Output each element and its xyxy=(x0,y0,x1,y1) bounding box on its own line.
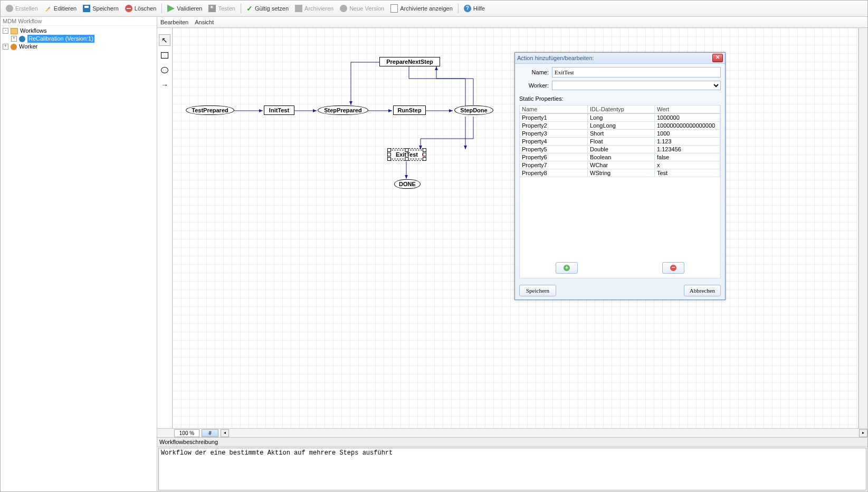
newversion-button[interactable]: Neue Version xyxy=(337,2,387,15)
vertical-scrollbar[interactable] xyxy=(859,28,867,428)
create-icon xyxy=(6,5,13,12)
cell-name: Property5 xyxy=(520,146,588,153)
col-name: Name xyxy=(520,105,588,113)
resize-handle[interactable] xyxy=(387,148,391,152)
cell-name: Property3 xyxy=(520,130,588,138)
table-row[interactable]: Property1Long1000000 xyxy=(520,114,720,122)
cell-type: Float xyxy=(588,138,655,146)
tool-ellipse[interactable] xyxy=(159,65,170,75)
resize-handle[interactable] xyxy=(423,153,426,157)
node-stepprepared[interactable]: StepPrepared xyxy=(318,105,368,115)
app-window: Erstellen Editieren Speichern Löschen Va… xyxy=(0,0,868,492)
save-button[interactable]: Speichern xyxy=(80,2,122,15)
validate-button[interactable]: Validieren xyxy=(164,2,205,15)
cell-value: 1.123 xyxy=(655,138,720,146)
col-type: IDL-Datentyp xyxy=(588,105,655,113)
table-row[interactable]: Property8WStringTest xyxy=(520,169,720,177)
col-value: Wert xyxy=(655,105,720,113)
node-stepdone[interactable]: StepDone xyxy=(454,105,493,115)
tree-row-workflows[interactable]: - Workflows xyxy=(3,27,155,35)
dialog-save-button[interactable]: Speichern xyxy=(519,285,556,296)
help-icon: ? xyxy=(464,5,471,12)
create-button[interactable]: Erstellen xyxy=(3,2,41,15)
menu-ansicht[interactable]: Ansicht xyxy=(195,19,214,25)
delete-button[interactable]: Löschen xyxy=(122,2,160,15)
resize-handle[interactable] xyxy=(387,153,391,157)
worker-select[interactable] xyxy=(552,81,721,90)
tree-row-worker[interactable]: + Worker xyxy=(3,43,155,51)
node-inittest[interactable]: InitTest xyxy=(264,105,294,115)
resize-handle[interactable] xyxy=(423,157,426,161)
tree[interactable]: - Workflows + ReCalibration (Version:1) … xyxy=(1,26,157,491)
cell-name: Property1 xyxy=(520,114,588,122)
toolbar-separator xyxy=(161,4,162,13)
delete-icon xyxy=(125,5,132,12)
newversion-label: Neue Version xyxy=(349,5,384,12)
edit-button[interactable]: Editieren xyxy=(41,2,80,15)
validate-icon xyxy=(167,5,175,12)
node-exittest-selected[interactable]: ExitTest xyxy=(389,150,425,159)
resize-handle[interactable] xyxy=(405,148,409,152)
canvas[interactable]: PrepareNextStep TestPrepared InitTest St… xyxy=(173,28,859,428)
resize-handle[interactable] xyxy=(387,157,391,161)
archive-button[interactable]: Archivieren xyxy=(292,2,337,15)
action-dialog: Action hinzufügen/bearbeiten: ✕ Name: Wo… xyxy=(514,52,726,300)
cell-value: Test xyxy=(655,169,720,177)
name-input[interactable] xyxy=(552,67,721,78)
plus-icon: + xyxy=(564,265,570,271)
tree-row-recalibration[interactable]: + ReCalibration (Version:1) xyxy=(3,35,155,43)
tool-pointer[interactable]: ↖ xyxy=(159,34,170,46)
tree-label: Worker xyxy=(19,43,37,51)
resize-handle[interactable] xyxy=(423,148,426,152)
expand-icon[interactable]: - xyxy=(3,28,8,34)
zoom-reset-button[interactable]: # xyxy=(202,429,218,437)
newversion-icon xyxy=(340,5,347,12)
menu-bearbeiten[interactable]: Bearbeiten xyxy=(160,19,188,25)
help-label: Hilfe xyxy=(473,5,485,12)
showarchived-button[interactable]: Archivierte anzeigen xyxy=(387,2,456,15)
expand-icon[interactable]: + xyxy=(3,44,8,50)
node-label: InitTest xyxy=(269,107,289,113)
remove-row-button[interactable]: − xyxy=(662,262,684,274)
toolbar-separator xyxy=(458,4,459,13)
node-label: StepPrepared xyxy=(324,107,362,113)
cell-value: 100000000000000000 xyxy=(655,122,720,130)
table-row[interactable]: Property4Float1.123 xyxy=(520,138,720,146)
zoom-percent[interactable]: 100 % xyxy=(174,429,199,437)
cell-value: 1000000 xyxy=(655,114,720,122)
help-button[interactable]: ?Hilfe xyxy=(461,2,488,15)
node-label: PrepareNextStep xyxy=(386,59,433,65)
description-title: Workflowbeschreibung xyxy=(157,438,867,447)
table-row[interactable]: Property3Short1000 xyxy=(520,130,720,138)
tool-rect[interactable] xyxy=(159,50,170,61)
table-row[interactable]: Property2LongLong100000000000000000 xyxy=(520,122,720,130)
description-text[interactable]: Workflow der eine bestimmte Aktion auf m… xyxy=(158,448,866,490)
table-row[interactable]: Property7WCharx xyxy=(520,161,720,169)
cell-value: 1.123456 xyxy=(655,146,720,153)
expand-icon[interactable]: + xyxy=(11,36,17,42)
dialog-cancel-button[interactable]: Abbrechen xyxy=(684,285,721,296)
node-done[interactable]: DONE xyxy=(394,179,421,189)
resize-handle[interactable] xyxy=(405,157,409,161)
props-buttons: + − xyxy=(520,257,720,278)
dialog-titlebar[interactable]: Action hinzufügen/bearbeiten: ✕ xyxy=(515,53,725,64)
table-row[interactable]: Property5Double1.123456 xyxy=(520,146,720,153)
close-icon[interactable]: ✕ xyxy=(712,54,723,62)
test-button[interactable]: Testen xyxy=(205,2,238,15)
hscroll-left-button[interactable]: ◂ xyxy=(221,429,229,437)
props-rows: Property1Long1000000Property2LongLong100… xyxy=(520,114,720,177)
table-row[interactable]: Property6Booleanfalse xyxy=(520,153,720,161)
add-row-button[interactable]: + xyxy=(556,262,578,274)
node-testprepared[interactable]: TestPrepared xyxy=(186,105,234,115)
node-label: TestPrepared xyxy=(192,107,228,113)
cell-value: 1000 xyxy=(655,130,720,138)
check-icon: ✓ xyxy=(246,4,253,13)
tree-label-selected: ReCalibration (Version:1) xyxy=(27,35,94,43)
dialog-title-label: Action hinzufügen/bearbeiten: xyxy=(517,55,594,61)
toolbar-separator xyxy=(241,4,241,13)
tool-arrow[interactable]: → xyxy=(159,80,170,90)
setvalid-button[interactable]: ✓Gültig setzen xyxy=(243,2,292,15)
node-preparenextstep[interactable]: PrepareNextStep xyxy=(379,57,440,66)
hscroll-right-button[interactable]: ▸ xyxy=(859,429,867,437)
node-runstep[interactable]: RunStep xyxy=(393,105,426,115)
